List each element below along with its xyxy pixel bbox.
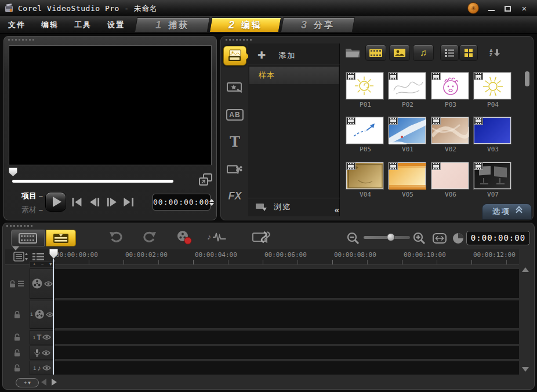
track-swap-button[interactable]: +▾ bbox=[16, 378, 39, 387]
timeline-scroll-down-button[interactable] bbox=[522, 367, 529, 372]
chapter-add-button[interactable]: + bbox=[33, 262, 36, 267]
thumbnail[interactable] bbox=[389, 162, 426, 189]
collapse-track-icon[interactable] bbox=[12, 246, 19, 251]
play-button[interactable] bbox=[45, 192, 66, 212]
timecode-spinner[interactable] bbox=[209, 199, 216, 206]
gallery-item-p04[interactable]: P04 bbox=[474, 72, 512, 108]
menu-item-settings[interactable]: 设置 bbox=[107, 20, 125, 30]
project-duration-button[interactable] bbox=[452, 233, 464, 244]
scrub-marker[interactable] bbox=[9, 168, 17, 176]
menu-item-file[interactable]: 文件 bbox=[8, 20, 26, 30]
browse-button[interactable]: 浏览 bbox=[248, 198, 340, 215]
gallery-item-p01[interactable]: P01 bbox=[346, 72, 384, 108]
track-header-title[interactable]: 1T bbox=[30, 330, 55, 344]
zoom-slider[interactable] bbox=[364, 236, 410, 239]
go-start-button[interactable] bbox=[71, 197, 83, 207]
maximize-button[interactable] bbox=[501, 5, 515, 13]
thumbnail[interactable] bbox=[474, 162, 511, 189]
thumbnail-view-button[interactable] bbox=[459, 45, 478, 61]
show-all-tracks-button[interactable] bbox=[32, 252, 45, 261]
track-header-video[interactable] bbox=[30, 268, 55, 299]
timeline-ruler[interactable]: 00:00:00:0000:00:02:0000:00:04:0000:00:0… bbox=[5, 249, 519, 265]
gallery-item-v01[interactable]: V01 bbox=[389, 117, 427, 153]
folder-button[interactable] bbox=[344, 45, 361, 61]
nav-transition-button[interactable]: AB bbox=[223, 105, 246, 125]
thumbnail[interactable] bbox=[474, 72, 511, 99]
go-end-button[interactable] bbox=[123, 197, 135, 207]
trim-bar[interactable] bbox=[12, 180, 173, 183]
next-frame-button[interactable] bbox=[106, 197, 118, 207]
nav-instant-project-button[interactable] bbox=[223, 77, 246, 97]
tab-share[interactable]: 3分享 bbox=[281, 17, 355, 32]
nav-graphic-button[interactable] bbox=[223, 159, 246, 179]
chapter-remove-button[interactable]: − bbox=[41, 262, 44, 267]
project-mode-label[interactable]: 项目 – bbox=[21, 191, 48, 201]
filter-video-button[interactable] bbox=[365, 45, 386, 61]
nav-media-button[interactable] bbox=[223, 46, 246, 66]
track-content-overlay[interactable] bbox=[55, 300, 519, 329]
timeline-scroll-right-button[interactable] bbox=[52, 379, 57, 386]
panel-grip[interactable] bbox=[8, 39, 35, 41]
track-header-voice[interactable] bbox=[30, 346, 55, 360]
gallery-item-v07[interactable]: V07 bbox=[474, 162, 512, 198]
corel-badge-icon[interactable]: ✳ bbox=[467, 2, 479, 14]
filter-audio-button[interactable]: ♫ bbox=[413, 45, 434, 61]
thumbnail[interactable] bbox=[431, 72, 469, 99]
chapter-menu-button[interactable]: ▾ bbox=[49, 262, 52, 267]
zoom-in-button[interactable] bbox=[412, 232, 426, 245]
tab-capture[interactable]: 1捕获 bbox=[135, 17, 211, 32]
gallery-item-v03[interactable]: V03 bbox=[474, 117, 512, 153]
filter-photo-button[interactable] bbox=[389, 45, 410, 61]
panel-grip[interactable] bbox=[226, 39, 252, 41]
zoom-slider-thumb[interactable] bbox=[387, 233, 395, 241]
add-folder-button[interactable]: ✚ 添加 bbox=[248, 47, 340, 64]
timeline-view-button[interactable] bbox=[46, 230, 76, 246]
track-content-video[interactable] bbox=[55, 268, 519, 299]
zoom-out-button[interactable] bbox=[346, 232, 360, 245]
thumbnail[interactable] bbox=[346, 162, 383, 189]
thumbnail[interactable] bbox=[346, 117, 383, 144]
menu-item-edit[interactable]: 编辑 bbox=[41, 20, 59, 30]
panel-grip[interactable] bbox=[6, 225, 33, 227]
fit-timeline-button[interactable] bbox=[433, 233, 447, 244]
gallery-item-p02[interactable]: P02 bbox=[389, 72, 427, 108]
gallery-item-v06[interactable]: V06 bbox=[431, 162, 470, 198]
storyboard-view-button[interactable] bbox=[11, 230, 45, 246]
sound-mixer-button[interactable]: ♪ bbox=[207, 230, 227, 244]
timeline-timecode[interactable]: 0:00:00:00 bbox=[466, 231, 530, 245]
track-content-voice[interactable] bbox=[55, 346, 519, 360]
nav-filter-button[interactable]: FX bbox=[223, 186, 246, 206]
sort-button[interactable]: AZ bbox=[485, 45, 505, 61]
track-content-music[interactable] bbox=[55, 361, 519, 375]
thumbnail[interactable] bbox=[431, 162, 469, 189]
close-button[interactable]: × bbox=[517, 5, 531, 13]
track-header-music[interactable]: 1♪ bbox=[30, 361, 55, 375]
gallery-scrollbar[interactable] bbox=[524, 69, 530, 206]
chapter-point-bar[interactable]: + − ▾ bbox=[30, 262, 55, 267]
auto-music-button[interactable] bbox=[252, 230, 272, 244]
gallery-item-p05[interactable]: P05 bbox=[346, 117, 384, 153]
minimize-button[interactable] bbox=[485, 5, 499, 13]
thumbnail[interactable] bbox=[346, 72, 383, 99]
gallery-item-p03[interactable]: P03 bbox=[431, 72, 470, 108]
enlarge-preview-button[interactable] bbox=[199, 173, 213, 186]
menu-item-tools[interactable]: 工具 bbox=[74, 20, 92, 30]
scrollbar-thumb[interactable] bbox=[525, 71, 529, 86]
gallery-item-v04[interactable]: V04 bbox=[346, 162, 384, 198]
preview-timecode[interactable]: 00:00:00:00 bbox=[153, 194, 211, 210]
spin-down-icon[interactable] bbox=[209, 203, 214, 206]
redo-button[interactable] bbox=[142, 231, 157, 244]
collapse-library-button[interactable]: « bbox=[331, 204, 343, 216]
options-button[interactable]: 选项 bbox=[482, 204, 532, 220]
track-content-title[interactable] bbox=[55, 330, 519, 344]
thumbnail[interactable] bbox=[474, 117, 511, 144]
gallery-item-v05[interactable]: V05 bbox=[389, 162, 427, 198]
tab-edit[interactable]: 2编辑 bbox=[209, 17, 282, 32]
spin-up-icon[interactable] bbox=[209, 199, 214, 202]
timeline-scroll-left-button[interactable] bbox=[41, 379, 46, 386]
previous-frame-button[interactable] bbox=[89, 197, 100, 207]
timeline-scroll-up-button[interactable] bbox=[522, 267, 529, 272]
undo-button[interactable] bbox=[108, 231, 124, 244]
thumbnail[interactable] bbox=[389, 72, 426, 99]
record-capture-button[interactable] bbox=[176, 230, 193, 245]
